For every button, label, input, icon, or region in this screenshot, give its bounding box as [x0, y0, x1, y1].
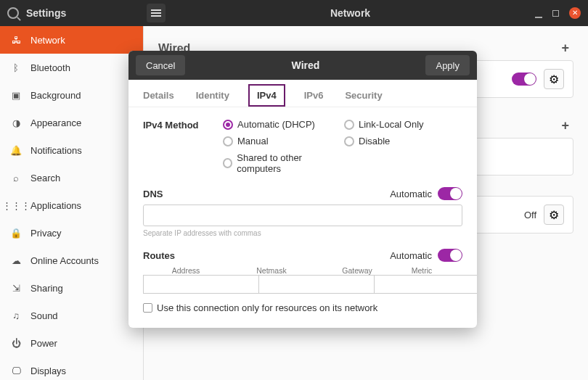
route-netmask-input[interactable] [258, 275, 374, 294]
sidebar-item-label: Notifications [30, 145, 82, 156]
notifications-icon: 🔔 [10, 144, 22, 156]
col-gateway: Gateway [314, 266, 400, 275]
sidebar-item-label: Sound [30, 310, 58, 321]
sharing-icon: ⇲ [10, 282, 22, 294]
route-gateway-input[interactable] [374, 275, 477, 294]
sidebar-item-power[interactable]: ⏻ Power [0, 329, 143, 357]
applications-icon: ⋮⋮⋮ [10, 199, 22, 211]
gear-icon: ⚙ [549, 73, 559, 86]
radio-manual[interactable]: Manual [223, 136, 341, 146]
window-title: Network [166, 7, 535, 19]
sidebar-item-label: Background [30, 90, 81, 101]
sidebar-item-label: Search [30, 173, 60, 183]
sidebar-item-bluetooth[interactable]: ᛒ Bluetooth [0, 54, 143, 81]
route-header: Address Netmask Gateway Metric [143, 266, 462, 275]
app-title: Settings [26, 7, 66, 19]
wired-settings-dialog: Cancel Wired Apply Details Identity IPv4… [128, 51, 477, 328]
tab-security[interactable]: Security [342, 84, 385, 107]
sidebar-item-label: Sharing [30, 283, 63, 294]
routes-automatic-toggle[interactable] [438, 249, 462, 262]
background-icon: ▣ [10, 89, 22, 101]
sidebar-item-sound[interactable]: ♫ Sound [0, 302, 143, 329]
hamburger-menu-button[interactable] [147, 4, 166, 22]
network-icon: 🖧 [10, 34, 22, 46]
proxy-settings-button[interactable]: ⚙ [544, 205, 564, 225]
sidebar-item-label: Privacy [30, 228, 62, 239]
sidebar-item-label: Appearance [30, 117, 81, 128]
dialog-header: Cancel Wired Apply [128, 51, 477, 80]
sidebar-item-network[interactable]: 🖧 Network [0, 26, 143, 54]
sidebar-item-privacy[interactable]: 🔒 Privacy [0, 219, 143, 247]
dns-input[interactable] [143, 205, 462, 226]
ipv4-method-label: IPv4 Method [143, 119, 223, 131]
sidebar-item-label: Online Accounts [30, 255, 99, 266]
dialog-title: Wired [185, 59, 425, 71]
tab-ipv6[interactable]: IPv6 [301, 84, 327, 107]
routes-label: Routes [143, 250, 175, 261]
sound-icon: ♫ [10, 310, 22, 321]
checkbox-icon [143, 303, 152, 313]
tab-details[interactable]: Details [140, 84, 177, 107]
tab-ipv4[interactable]: IPv4 [248, 84, 285, 107]
minimize-button[interactable] [535, 8, 542, 18]
sidebar-item-displays[interactable]: 🖵 Displays [0, 357, 143, 380]
proxy-status: Off [524, 210, 536, 220]
sidebar-item-label: Power [30, 338, 57, 349]
titlebar: Settings Network [0, 0, 588, 26]
search-icon[interactable] [7, 7, 19, 19]
dns-label: DNS [143, 189, 163, 199]
col-metric: Metric [400, 266, 444, 275]
radio-link-local[interactable]: Link-Local Only [344, 119, 462, 130]
online-accounts-icon: ☁ [10, 255, 22, 266]
routes-section: Routes Automatic [143, 249, 462, 262]
sidebar-item-notifications[interactable]: 🔔 Notifications [0, 136, 143, 164]
sidebar-item-online-accounts[interactable]: ☁ Online Accounts [0, 247, 143, 274]
use-only-checkbox-row[interactable]: Use this connection only for resources o… [143, 302, 462, 313]
sidebar-item-label: Bluetooth [30, 62, 70, 73]
col-address: Address [143, 266, 229, 275]
radio-disable[interactable]: Disable [344, 136, 462, 146]
sidebar-item-label: Network [30, 35, 65, 46]
wired-settings-button[interactable]: ⚙ [544, 69, 564, 89]
sidebar-item-sharing[interactable]: ⇲ Sharing [0, 274, 143, 302]
window-controls [535, 7, 588, 19]
route-row: 🗑 [143, 275, 462, 294]
titlebar-left: Settings [0, 7, 144, 19]
apply-button[interactable]: Apply [425, 55, 470, 75]
search-sidebar-icon: ⌕ [10, 172, 22, 183]
sidebar-item-search[interactable]: ⌕ Search [0, 164, 143, 191]
dialog-body: IPv4 Method Automatic (DHCP) Manual Shar… [128, 107, 477, 328]
routes-automatic-label: Automatic [390, 250, 432, 261]
privacy-icon: 🔒 [10, 227, 22, 239]
use-only-label: Use this connection only for resources o… [157, 302, 377, 313]
dns-automatic-toggle[interactable] [438, 187, 462, 200]
bluetooth-icon: ᛒ [10, 62, 22, 73]
radio-automatic-dhcp[interactable]: Automatic (DHCP) [223, 119, 341, 130]
dns-hint: Separate IP addresses with commas [143, 229, 462, 237]
settings-sidebar: 🖧 Network ᛒ Bluetooth ▣ Background ◑ App… [0, 26, 144, 380]
wired-toggle[interactable] [512, 73, 536, 86]
sidebar-item-label: Displays [30, 365, 66, 376]
sidebar-item-background[interactable]: ▣ Background [0, 81, 143, 109]
displays-icon: 🖵 [10, 365, 22, 376]
sidebar-item-label: Applications [30, 200, 81, 211]
appearance-icon: ◑ [10, 117, 22, 128]
dns-section: DNS Automatic [143, 187, 462, 200]
maximize-button[interactable] [552, 10, 559, 17]
radio-shared[interactable]: Shared to other computers [223, 152, 341, 174]
sidebar-item-appearance[interactable]: ◑ Appearance [0, 109, 143, 136]
sidebar-item-applications[interactable]: ⋮⋮⋮ Applications [0, 191, 143, 219]
power-icon: ⏻ [10, 337, 22, 349]
close-button[interactable] [569, 7, 581, 19]
route-address-input[interactable] [143, 275, 258, 294]
cancel-button[interactable]: Cancel [136, 55, 185, 75]
dns-automatic-label: Automatic [390, 189, 432, 199]
add-vpn-button[interactable]: + [557, 118, 573, 133]
tab-identity[interactable]: Identity [193, 84, 232, 107]
col-netmask: Netmask [229, 266, 314, 275]
add-wired-button[interactable]: + [557, 41, 573, 56]
dialog-tabs: Details Identity IPv4 IPv6 Security [128, 80, 477, 107]
gear-icon: ⚙ [549, 208, 559, 222]
